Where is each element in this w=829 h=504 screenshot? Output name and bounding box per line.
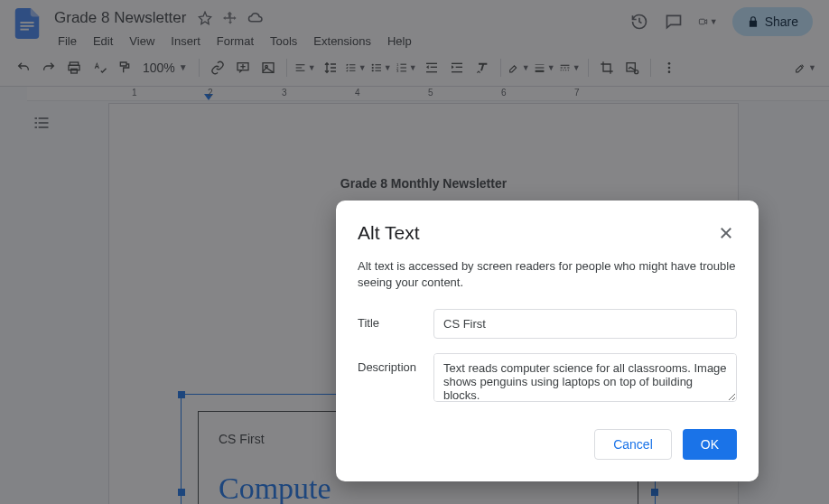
title-label: Title [358,309,433,330]
cancel-button[interactable]: Cancel [594,429,672,460]
dialog-header: Alt Text [358,222,737,244]
title-input[interactable] [433,309,737,339]
ok-button[interactable]: OK [683,429,737,460]
dialog-title: Alt Text [358,222,419,244]
description-label: Description [358,353,433,374]
description-field-row: Description [358,353,737,402]
app-root: Grade 8 Newsletter File Edit View Insert… [0,0,829,504]
close-icon[interactable] [715,222,737,244]
dialog-description: Alt text is accessed by screen readers f… [358,258,737,291]
alt-text-dialog: Alt Text Alt text is accessed by screen … [336,201,759,481]
title-field-row: Title [358,309,737,339]
dialog-actions: Cancel OK [358,429,737,460]
description-input[interactable] [433,353,737,402]
